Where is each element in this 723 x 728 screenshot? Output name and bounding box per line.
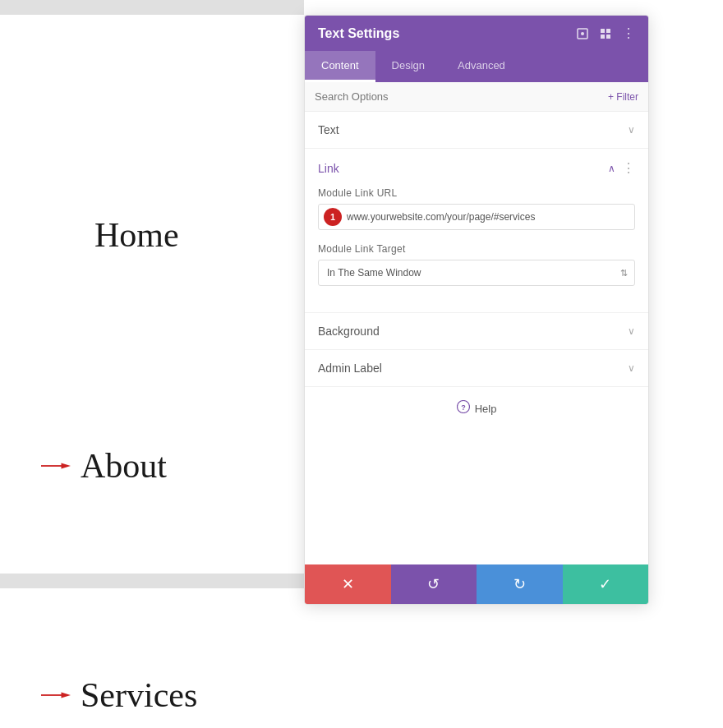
grid-icon[interactable] — [599, 27, 612, 40]
maximize-icon[interactable] — [576, 27, 589, 40]
panel-footer: ✕ ↺ ↻ ✓ — [305, 564, 648, 604]
svg-rect-6 — [601, 29, 605, 33]
panel-content[interactable]: Text ∨ Link ∧ ⋮ Module Link URL — [305, 112, 648, 564]
redo-button[interactable]: ↻ — [477, 564, 563, 604]
canvas-top-bar — [0, 0, 304, 15]
svg-rect-9 — [606, 35, 610, 39]
nav-item-home: Home — [94, 215, 179, 255]
settings-panel: Text Settings ⋮ — [304, 15, 649, 605]
search-input[interactable] — [315, 90, 608, 103]
tab-design[interactable]: Design — [375, 51, 441, 82]
url-field-label: Module Link URL — [318, 187, 635, 199]
svg-marker-3 — [61, 692, 71, 698]
admin-label-chevron-icon: ∨ — [628, 362, 635, 374]
panel-tabs: Content Design Advanced — [305, 51, 648, 82]
nav-arrow-services — [41, 689, 71, 702]
canvas-bottom-bar — [0, 574, 304, 588]
panel-header: Text Settings ⋮ — [305, 16, 648, 51]
text-section: Text ∨ — [305, 112, 648, 149]
save-button[interactable]: ✓ — [563, 564, 649, 604]
text-section-title: Text — [318, 123, 339, 136]
text-section-header[interactable]: Text ∨ — [305, 112, 648, 148]
search-bar: + Filter — [305, 82, 648, 112]
panel-header-icons: ⋮ — [576, 25, 635, 41]
link-chevron-icon: ∧ — [608, 163, 615, 174]
url-input-wrapper: 1 — [318, 204, 635, 230]
undo-button[interactable]: ↺ — [391, 564, 477, 604]
target-select-wrapper: In The Same Window In A New Tab ⇅ — [318, 260, 635, 286]
canvas-area: Home About Services Text Settings — [0, 0, 723, 728]
nav-item-about: About — [41, 446, 167, 486]
help-label[interactable]: Help — [475, 403, 497, 415]
nav-label-about: About — [81, 446, 167, 486]
panel-title: Text Settings — [318, 26, 399, 41]
tab-content[interactable]: Content — [305, 51, 375, 82]
background-section-header[interactable]: Background ∨ — [305, 313, 648, 349]
target-select[interactable]: In The Same Window In A New Tab — [319, 260, 634, 285]
background-chevron-icon: ∨ — [628, 325, 635, 337]
url-field-row: Module Link URL 1 — [318, 187, 635, 230]
url-badge: 1 — [324, 208, 342, 226]
nav-label-home: Home — [94, 215, 179, 255]
link-section-header[interactable]: Link ∧ ⋮ — [305, 149, 648, 187]
svg-rect-8 — [601, 35, 605, 39]
save-icon: ✓ — [599, 575, 611, 593]
redo-icon: ↻ — [513, 575, 526, 593]
background-section-title: Background — [318, 325, 380, 338]
link-more-icon[interactable]: ⋮ — [622, 160, 635, 176]
target-field-label: Module Link Target — [318, 243, 635, 255]
admin-label-section: Admin Label ∨ — [305, 350, 648, 387]
svg-rect-7 — [606, 29, 610, 33]
admin-label-section-title: Admin Label — [318, 362, 382, 375]
undo-icon: ↺ — [427, 575, 440, 593]
nav-label-services: Services — [81, 675, 197, 715]
filter-button[interactable]: + Filter — [608, 91, 638, 103]
background-section: Background ∨ — [305, 313, 648, 350]
tab-advanced[interactable]: Advanced — [441, 51, 522, 82]
link-section-content: Module Link URL 1 Module Link Target In … — [305, 187, 648, 312]
cancel-icon: ✕ — [342, 575, 354, 593]
more-icon[interactable]: ⋮ — [622, 25, 635, 41]
svg-point-5 — [581, 32, 584, 35]
admin-label-section-header[interactable]: Admin Label ∨ — [305, 350, 648, 386]
svg-text:?: ? — [461, 403, 466, 412]
help-area: ? Help — [305, 387, 648, 430]
url-input[interactable] — [347, 205, 634, 229]
target-field-row: Module Link Target In The Same Window In… — [318, 243, 635, 286]
link-section-icons: ∧ ⋮ — [608, 160, 635, 176]
nav-arrow-about — [41, 459, 71, 472]
link-section-title: Link — [318, 162, 339, 175]
cancel-button[interactable]: ✕ — [305, 564, 391, 604]
text-chevron-icon: ∨ — [628, 124, 635, 136]
link-section: Link ∧ ⋮ Module Link URL 1 — [305, 149, 648, 313]
nav-item-services: Services — [41, 675, 197, 715]
help-icon[interactable]: ? — [457, 400, 470, 417]
svg-marker-1 — [61, 463, 71, 468]
